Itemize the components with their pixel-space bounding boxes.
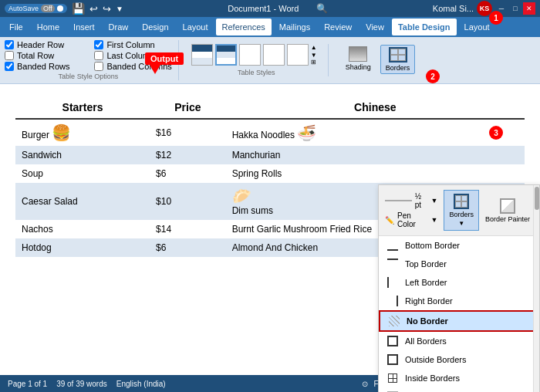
outside-borders-item[interactable]: Outside Borders [379, 350, 539, 369]
table-style-4[interactable] [263, 44, 285, 66]
autosave-state: Off [41, 5, 55, 12]
pt-dropdown-arrow[interactable]: ▼ [431, 197, 438, 204]
close-button[interactable]: ✕ [523, 2, 535, 15]
dropdown-top: ½ pt ▼ ✏️ Pen Color ▼ Borders ▼ [379, 185, 539, 236]
menu-home[interactable]: Home [31, 19, 66, 35]
top-border-label: Top Border [405, 259, 447, 269]
total-row-checkbox[interactable]: Total Row [5, 51, 82, 60]
no-border-item[interactable]: No Border [379, 310, 539, 332]
dropdown-arrow-icon[interactable]: ▼ [116, 5, 123, 13]
language: English (India) [116, 380, 166, 388]
menubar: File Home Insert Draw Design Layout Refe… [0, 17, 540, 37]
redo-icon[interactable]: ↪ [103, 3, 111, 15]
titlebar-left: AutoSave Off 💾 ↩ ↪ ▼ [5, 2, 123, 15]
maximize-button[interactable]: □ [509, 2, 521, 15]
badge-1: 1 [489, 11, 503, 25]
save-icon[interactable]: 💾 [72, 2, 85, 15]
pt-line [385, 200, 412, 201]
all-borders-label: All Borders [405, 336, 447, 346]
titlebar-right: Komal Si... KS ─ □ ✕ [433, 1, 535, 16]
focus-icon[interactable]: ⊙ [362, 380, 368, 388]
top-border-icon [386, 258, 399, 270]
autosave-toggle[interactable]: AutoSave Off [5, 4, 67, 13]
outside-borders-label: Outside Borders [405, 355, 466, 364]
inside-horizontal-item[interactable]: Inside Horizontal Border [379, 387, 539, 392]
bottom-border-label: Bottom Border [405, 241, 460, 250]
cell-hakka: Hakka Noodles 🍜 [226, 119, 525, 146]
border-painter-label: Border Painter [485, 215, 530, 223]
menu-insert[interactable]: Insert [67, 19, 101, 35]
all-borders-icon [386, 335, 399, 347]
banded-rows-checkbox[interactable]: Banded Rows [5, 62, 82, 71]
table-row: Sandwich $12 Manchurian [15, 146, 525, 164]
menu-review[interactable]: Review [318, 19, 358, 35]
pt-row: ½ pt ▼ [385, 192, 437, 209]
cell-sandwich: Sandwich [15, 146, 150, 164]
table-style-3[interactable] [239, 44, 261, 66]
pen-color-arrow[interactable]: ▼ [431, 216, 438, 224]
shading-button[interactable]: Shading [341, 45, 376, 74]
output-arrow [150, 65, 160, 74]
menu-mailings[interactable]: Mailings [273, 19, 316, 35]
first-column-checkbox[interactable]: First Column [94, 40, 171, 49]
scrollbar-thumb[interactable] [535, 187, 539, 210]
cell-burger: Burger 🍔 [15, 119, 150, 146]
menu-layout[interactable]: Layout [177, 19, 214, 35]
statusbar-left: Page 1 of 1 39 of 39 words English (Indi… [8, 380, 166, 388]
table-style-1[interactable] [191, 44, 213, 66]
styles-scroll[interactable]: ▲ ▼ ⊞ [311, 44, 322, 66]
ribbon: Header Row First Column Total Row Last C… [0, 37, 540, 84]
borders-painter-group: Borders ▼ Border Painter [444, 190, 533, 231]
cell-caesar-price: $10 [150, 183, 226, 220]
search-icon[interactable]: 🔍 [316, 3, 328, 14]
cell-sandwich-price: $12 [150, 146, 226, 164]
titlebar-center: Document1 - Word 🔍 [123, 3, 433, 14]
bottom-border-item[interactable]: Bottom Border [379, 236, 539, 255]
undo-icon[interactable]: ↩ [89, 3, 98, 15]
menu-table-design[interactable]: Table Design [392, 19, 457, 35]
borders-large-icon [454, 194, 469, 209]
cell-nachos-price: $14 [150, 220, 226, 238]
borders-large-button[interactable]: Borders ▼ [444, 190, 479, 231]
menu-draw[interactable]: Draw [103, 19, 135, 35]
menu-design[interactable]: Design [136, 19, 174, 35]
table-styles-section: ▲ ▼ ⊞ Table Styles [185, 44, 329, 76]
col-chinese: Chinese [226, 96, 525, 119]
output-annotation: Output [145, 52, 184, 74]
toggle-knob [57, 5, 63, 12]
border-painter-button[interactable]: Border Painter [482, 197, 533, 225]
table-style-2[interactable] [215, 44, 237, 66]
menu-view[interactable]: View [359, 19, 390, 35]
borders-button[interactable]: Borders [380, 45, 416, 74]
col-starters: Starters [15, 96, 150, 119]
badge-2: 2 [426, 69, 440, 83]
menu-file[interactable]: File [3, 19, 29, 35]
pen-color-row: ✏️ Pen Color ▼ [385, 211, 437, 228]
right-border-item[interactable]: Right Border [379, 292, 539, 310]
dropdown-scrollbar[interactable] [533, 185, 539, 392]
inside-borders-item[interactable]: Inside Borders [379, 369, 539, 387]
cell-hotdog: Hotdog [15, 238, 150, 257]
shading-borders-buttons: Shading Borders [341, 45, 416, 74]
output-label: Output [145, 52, 184, 65]
bottom-border-icon [386, 239, 399, 252]
autosave-label: AutoSave [8, 5, 39, 12]
cell-manchurian: Manchurian [226, 146, 525, 164]
table-row: Soup $6 Spring Rolls [15, 164, 525, 183]
left-border-label: Left Border [405, 278, 447, 287]
all-borders-item[interactable]: All Borders [379, 332, 539, 350]
inside-borders-label: Inside Borders [405, 373, 460, 383]
cell-hotdog-price: $6 [150, 238, 226, 257]
menu-references[interactable]: References [216, 19, 272, 35]
left-border-item[interactable]: Left Border [379, 273, 539, 292]
table-row: Burger 🍔 $16 Hakka Noodles 🍜 [15, 119, 525, 146]
header-row-checkbox[interactable]: Header Row [5, 40, 82, 49]
pen-icon: ✏️ [385, 216, 394, 225]
table-style-5[interactable] [287, 44, 309, 66]
borders-btn-label: Borders [449, 211, 474, 218]
word-count: 39 of 39 words [56, 380, 107, 388]
top-border-item[interactable]: Top Border [379, 255, 539, 273]
col-price: Price [150, 96, 226, 119]
badge-3: 3 [489, 126, 503, 140]
pen-color-label: Pen Color [397, 211, 428, 228]
